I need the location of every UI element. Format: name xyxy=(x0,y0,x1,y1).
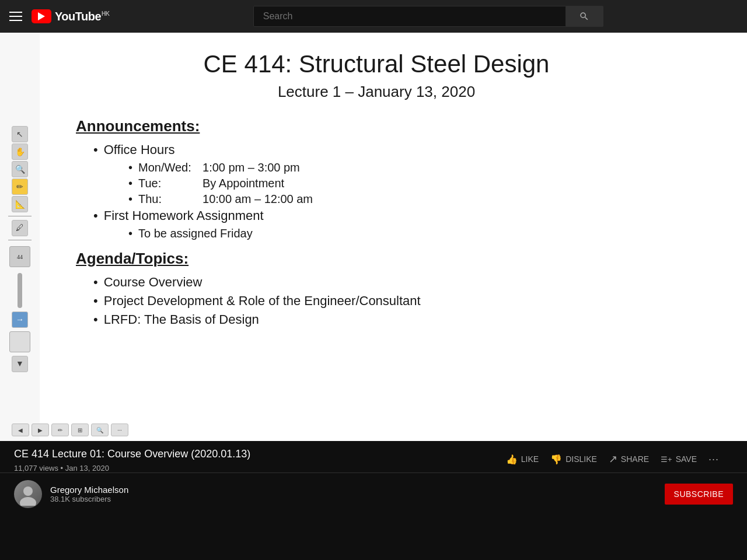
slide-subtitle: Lecture 1 – January 13, 2020 xyxy=(76,83,677,101)
search-input[interactable] xyxy=(253,6,566,27)
cursor-tool-icon[interactable]: ↖ xyxy=(12,126,28,142)
search-button[interactable] xyxy=(566,6,603,27)
dislike-button[interactable]: DISLIKE xyxy=(550,454,597,465)
like-button[interactable]: LIKE xyxy=(506,454,539,465)
svg-point-0 xyxy=(23,487,33,496)
share-button[interactable]: SHARE xyxy=(609,453,649,466)
share-icon xyxy=(609,453,617,466)
nav-arrow-icon[interactable]: → xyxy=(12,312,28,328)
hand-tool-icon[interactable]: ✋ xyxy=(12,144,28,160)
slide-title: CE 414: Structural Steel Design xyxy=(76,50,677,78)
nav-zoom-btn[interactable]: 🔍 xyxy=(91,424,109,436)
homework-sub-bullet: To be assigned Friday xyxy=(128,227,677,240)
more-icon xyxy=(708,453,719,466)
nav-next-btn[interactable]: ▶ xyxy=(32,424,49,436)
zoom-tool-icon[interactable]: 🔍 xyxy=(12,161,28,177)
agenda-heading: Agenda/Topics: xyxy=(76,250,677,268)
save-icon xyxy=(661,454,672,464)
homework-label: First Homework Assignment xyxy=(104,208,264,223)
page-thumb xyxy=(9,331,30,352)
youtube-logo-link[interactable]: YouTubeHK xyxy=(32,9,110,23)
mon-wed-row: Mon/Wed: 1:00 pm – 3:00 pm xyxy=(138,161,300,174)
agenda-item-0: Course Overview xyxy=(93,275,677,290)
nav-prev-btn[interactable]: ◀ xyxy=(12,424,29,436)
highlight-tool-icon[interactable]: 🖊 xyxy=(12,220,28,236)
slide-toolbar: ↖ ✋ 🔍 ✏ 📐 🖊 44 → ▼ xyxy=(0,33,40,441)
save-button[interactable]: SAVE xyxy=(661,454,697,464)
nav-edit-btn[interactable]: ✏ xyxy=(51,424,69,436)
office-hours-bullet: Office Hours xyxy=(93,142,677,158)
slide-bottom-navigation: ◀ ▶ ✏ ⊞ 🔍 ··· xyxy=(12,424,128,436)
channel-info: Gregory Michaelson 38.1K subscribers xyxy=(50,485,657,503)
like-label: LIKE xyxy=(521,454,539,464)
tue-bullet: Tue: By Appointment xyxy=(128,177,677,190)
youtube-wordmark: YouTubeHK xyxy=(55,10,110,23)
page-scroll-bar[interactable] xyxy=(18,273,22,308)
meta-separator: • xyxy=(61,464,65,473)
thu-time: 10:00 am – 12:00 am xyxy=(203,192,313,206)
thu-row: Thu: 10:00 am – 12:00 am xyxy=(138,192,313,206)
tue-day: Tue: xyxy=(138,177,203,190)
search-container xyxy=(253,6,603,27)
dislike-label: DISLIKE xyxy=(566,454,597,464)
homework-sub-label: To be assigned Friday xyxy=(138,227,253,240)
thu-day: Thu: xyxy=(138,192,203,206)
channel-section: Gregory Michaelson 38.1K subscribers SUB… xyxy=(0,473,747,515)
subscribe-button[interactable]: SUBSCRIBE xyxy=(665,484,733,505)
save-label: SAVE xyxy=(676,454,697,464)
more-actions-button[interactable] xyxy=(708,453,719,466)
youtube-icon xyxy=(32,9,51,23)
nav-copy-btn[interactable]: ⊞ xyxy=(71,424,89,436)
svg-point-1 xyxy=(20,497,36,506)
video-player[interactable]: ↖ ✋ 🔍 ✏ 📐 🖊 44 → ▼ CE 414: Structural St… xyxy=(0,33,747,441)
homework-bullet: First Homework Assignment xyxy=(93,208,677,223)
dislike-icon xyxy=(550,454,562,465)
scroll-down-icon[interactable]: ▼ xyxy=(12,356,28,372)
mon-wed-day: Mon/Wed: xyxy=(138,161,203,174)
agenda-item-2: LRFD: The Basis of Design xyxy=(93,312,677,327)
video-views: 11,077 views xyxy=(14,464,58,473)
hamburger-menu[interactable] xyxy=(9,12,22,21)
mon-wed-bullet: Mon/Wed: 1:00 pm – 3:00 pm xyxy=(128,161,677,174)
channel-avatar[interactable] xyxy=(14,480,42,508)
top-navigation: YouTubeHK xyxy=(0,0,747,33)
tue-row: Tue: By Appointment xyxy=(138,177,284,190)
office-hours-label: Office Hours xyxy=(104,142,175,158)
channel-subscribers: 38.1K subscribers xyxy=(50,495,657,503)
slide-content: ↖ ✋ 🔍 ✏ 📐 🖊 44 → ▼ CE 414: Structural St… xyxy=(0,33,747,441)
tue-time: By Appointment xyxy=(203,177,284,190)
announcements-section: Announcements: Office Hours Mon/Wed: 1:0… xyxy=(76,117,677,240)
share-label: SHARE xyxy=(621,454,649,464)
thu-bullet: Thu: 10:00 am – 12:00 am xyxy=(128,192,677,206)
like-icon xyxy=(506,454,518,465)
video-title: CE 414 Lecture 01: Course Overview (2020… xyxy=(14,448,250,460)
page-num-display: 44 xyxy=(9,246,30,267)
nav-more-btn[interactable]: ··· xyxy=(111,424,128,436)
agenda-section: Agenda/Topics: Course Overview Project D… xyxy=(76,250,677,327)
search-icon xyxy=(579,11,589,22)
channel-name: Gregory Michaelson xyxy=(50,485,657,495)
video-meta: 11,077 views • Jan 13, 2020 xyxy=(14,464,250,473)
toolbar-separator-1 xyxy=(8,216,32,216)
video-info-section: CE 414 Lecture 01: Course Overview (2020… xyxy=(0,441,747,473)
ruler-tool-icon[interactable]: 📐 xyxy=(12,196,28,212)
toolbar-separator-2 xyxy=(8,240,32,240)
avatar-image xyxy=(14,480,42,508)
announcements-heading: Announcements: xyxy=(76,117,677,135)
video-actions: LIKE DISLIKE SHARE SAVE xyxy=(492,448,733,470)
video-date: Jan 13, 2020 xyxy=(65,464,109,473)
mon-wed-time: 1:00 pm – 3:00 pm xyxy=(203,161,300,174)
pencil-tool-icon[interactable]: ✏ xyxy=(12,178,28,195)
avatar-svg xyxy=(16,482,40,506)
agenda-item-1: Project Development & Role of the Engine… xyxy=(93,293,677,309)
